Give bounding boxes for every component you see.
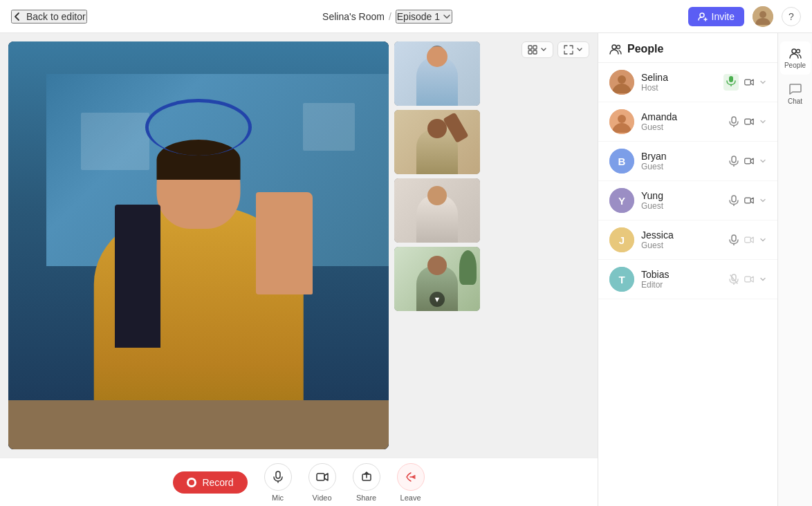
- svg-rect-28: [745, 158, 751, 164]
- chevron-bryan[interactable]: [759, 158, 766, 165]
- tab-people[interactable]: People: [780, 41, 811, 75]
- room-name: Selina's Room: [322, 11, 385, 22]
- header-left: Back to editor: [11, 10, 87, 24]
- mic-icon: [273, 471, 284, 483]
- svg-point-13: [617, 46, 620, 49]
- mic-icon-amanda: [729, 116, 739, 127]
- svg-rect-7: [276, 471, 280, 478]
- person-controls-amanda: [729, 116, 766, 127]
- main-video-inner: [8, 41, 389, 449]
- user-avatar[interactable]: [753, 6, 773, 27]
- side-icon-column: People Chat: [777, 33, 812, 506]
- svg-point-20: [618, 115, 626, 123]
- mic-icon-bryan: [729, 156, 739, 167]
- person-info-selina: Selina Host: [641, 72, 717, 93]
- svg-rect-23: [745, 119, 751, 124]
- chevron-down-icon: [540, 46, 547, 53]
- thumbnail-yung[interactable]: [394, 110, 480, 174]
- avatar-amanda: [609, 109, 634, 134]
- person-role-tobias: Editor: [641, 280, 722, 290]
- person-row-bryan: B Bryan Guest: [598, 142, 777, 181]
- mic-button[interactable]: [264, 463, 292, 491]
- invite-icon: [698, 12, 708, 21]
- svg-rect-3: [528, 46, 532, 49]
- svg-rect-21: [732, 117, 736, 123]
- avatar-jessica: J: [609, 227, 634, 252]
- chevron-selina[interactable]: [759, 79, 766, 86]
- chevron-yung[interactable]: [759, 197, 766, 204]
- svg-rect-18: [745, 79, 751, 85]
- person-info-tobias: Tobias Editor: [641, 269, 722, 290]
- tab-chat[interactable]: Chat: [780, 77, 811, 111]
- person-name-jessica: Jessica: [641, 229, 722, 241]
- breadcrumb-separator: /: [389, 11, 391, 22]
- share-control[interactable]: Share: [353, 463, 380, 502]
- breadcrumb: Selina's Room / Episode 1: [322, 10, 452, 24]
- video-label: Video: [313, 494, 332, 502]
- svg-text:J: J: [619, 234, 625, 246]
- grid-view-button[interactable]: [522, 41, 553, 58]
- svg-rect-36: [732, 235, 736, 241]
- person-role-amanda: Guest: [641, 122, 722, 132]
- video-icon-yung: [744, 196, 754, 205]
- svg-rect-31: [732, 196, 736, 202]
- record-label: Record: [202, 477, 233, 488]
- leave-icon: [405, 471, 416, 482]
- mic-control[interactable]: Mic: [264, 463, 292, 502]
- chevron-tobias[interactable]: [759, 276, 766, 283]
- episode-name: Episode 1: [397, 11, 440, 22]
- share-icon: [361, 471, 372, 482]
- back-button[interactable]: Back to editor: [11, 10, 87, 24]
- video-icon-amanda: [744, 118, 754, 126]
- record-control: Record: [173, 471, 247, 494]
- main-video: [8, 41, 389, 449]
- avatar-yung: Y: [609, 188, 634, 213]
- person-name-bryan: Bryan: [641, 151, 722, 162]
- people-header: People: [598, 33, 777, 63]
- svg-text:Y: Y: [618, 195, 625, 207]
- video-icon: [316, 472, 329, 482]
- person-name-selina: Selina: [641, 72, 717, 83]
- person-controls-tobias: [729, 274, 766, 285]
- episode-selector[interactable]: Episode 1: [396, 10, 452, 24]
- mic-active-selina: [723, 74, 739, 91]
- svg-point-15: [618, 75, 626, 84]
- leave-button[interactable]: [397, 463, 425, 491]
- chevron-jessica[interactable]: [759, 236, 766, 243]
- person-role-bryan: Guest: [641, 162, 722, 171]
- chevron-amanda[interactable]: [759, 118, 766, 125]
- person-name-yung: Yung: [641, 190, 722, 201]
- svg-text:B: B: [618, 156, 626, 167]
- thumbnail-jessica[interactable]: [394, 178, 480, 243]
- person-info-yung: Yung Guest: [641, 190, 722, 211]
- fullscreen-icon: [564, 45, 573, 55]
- record-dot: [187, 478, 196, 487]
- person-name-tobias: Tobias: [641, 269, 722, 280]
- video-control[interactable]: Video: [308, 463, 336, 502]
- person-role-selina: Host: [641, 83, 717, 93]
- header-right: Invite ?: [688, 6, 801, 27]
- avatar-tobias: T: [609, 267, 634, 292]
- thumbnail-amanda[interactable]: ▲: [394, 41, 480, 106]
- svg-rect-26: [732, 156, 736, 162]
- mic-label: Mic: [272, 494, 284, 502]
- chevron-down-icon: [443, 12, 451, 21]
- svg-rect-33: [745, 198, 751, 203]
- thumbnail-tobias[interactable]: ▼: [394, 247, 480, 311]
- leave-control[interactable]: Leave: [397, 463, 425, 502]
- scroll-down-button[interactable]: ▼: [430, 292, 445, 307]
- share-button[interactable]: [353, 463, 380, 491]
- mic-muted-icon-tobias: [729, 274, 739, 285]
- view-controls: [522, 41, 589, 58]
- invite-button[interactable]: Invite: [688, 7, 744, 26]
- mic-active-icon: [726, 75, 736, 86]
- fullscreen-button[interactable]: [557, 41, 589, 58]
- help-button[interactable]: ?: [782, 7, 801, 26]
- video-area: ▲: [0, 33, 598, 506]
- main-content: ▲: [0, 33, 812, 506]
- video-button[interactable]: [308, 463, 336, 491]
- person-role-jessica: Guest: [641, 241, 722, 250]
- record-button[interactable]: Record: [173, 471, 247, 494]
- svg-rect-4: [533, 46, 537, 49]
- sidebar-main: People Selina Host: [598, 33, 777, 506]
